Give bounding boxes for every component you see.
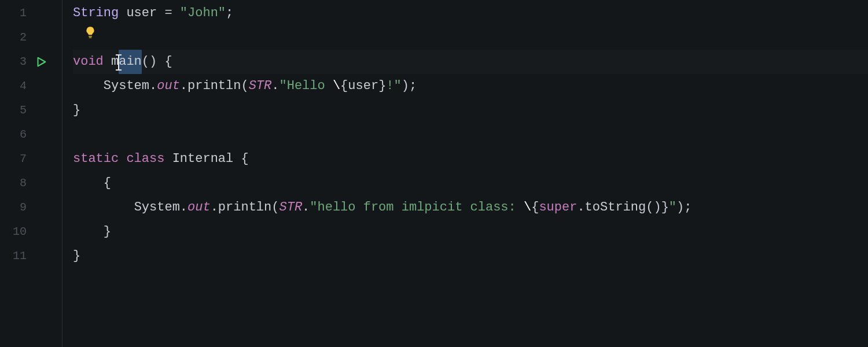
- code-token: =: [164, 1, 172, 25]
- code-token: toString: [585, 195, 646, 220]
- code-token: String: [73, 1, 119, 25]
- line-number: 3: [0, 50, 30, 74]
- gutter-row[interactable]: 2: [0, 25, 62, 50]
- code-token: }: [73, 244, 80, 268]
- code-token: println: [187, 74, 241, 98]
- code-token: .: [302, 195, 310, 220]
- code-token: .: [271, 74, 279, 98]
- gutter: 1234567891011: [0, 0, 62, 347]
- gutter-row[interactable]: 3: [0, 50, 62, 74]
- line-number: 6: [0, 123, 30, 147]
- code-token: user: [126, 1, 157, 25]
- code-line[interactable]: [73, 25, 868, 50]
- code-token: "John": [180, 1, 226, 25]
- code-token: .: [180, 74, 187, 98]
- lightbulb-icon[interactable]: [83, 25, 98, 40]
- code-token: ): [676, 195, 684, 220]
- code-token: ;: [684, 195, 692, 220]
- code-token: static: [73, 147, 119, 171]
- code-line[interactable]: }: [73, 98, 868, 123]
- code-editor[interactable]: 1234567891011 String user = "John";void …: [0, 0, 868, 347]
- indent: [73, 195, 134, 220]
- code-line[interactable]: {: [73, 171, 868, 195]
- code-token: [172, 1, 180, 25]
- code-token: {: [340, 74, 348, 98]
- code-area[interactable]: String user = "John";void main() { Syste…: [62, 0, 868, 347]
- code-token: user: [348, 74, 378, 98]
- gutter-row[interactable]: 9: [0, 195, 62, 220]
- gutter-row[interactable]: 6: [0, 123, 62, 147]
- code-token: ": [669, 195, 676, 220]
- code-line[interactable]: void main() {: [73, 50, 868, 74]
- code-token: out: [187, 195, 211, 220]
- code-token: }: [104, 220, 111, 244]
- code-token: !": [386, 74, 401, 98]
- code-token: .: [577, 195, 584, 220]
- code-token: .: [149, 74, 157, 98]
- gutter-row[interactable]: 4: [0, 74, 62, 98]
- code-token: System: [104, 74, 149, 98]
- code-line[interactable]: [73, 123, 868, 147]
- code-token: }: [73, 98, 80, 123]
- gutter-row[interactable]: 10: [0, 220, 62, 244]
- code-token: (: [271, 195, 279, 220]
- code-line[interactable]: }: [73, 244, 868, 268]
- code-token: [119, 147, 126, 171]
- line-number: 8: [0, 171, 30, 195]
- line-number: 11: [0, 244, 30, 268]
- code-token: [233, 147, 241, 171]
- code-token: (): [142, 50, 157, 74]
- code-token: {: [531, 195, 539, 220]
- code-token: super: [539, 195, 577, 220]
- svg-marker-0: [38, 58, 46, 67]
- svg-rect-1: [89, 36, 92, 37]
- code-token: void: [73, 50, 104, 74]
- code-token: Internal: [172, 147, 234, 171]
- code-line[interactable]: static class Internal {: [73, 147, 868, 171]
- code-token: }: [661, 195, 669, 220]
- line-number: 2: [0, 25, 30, 50]
- code-token: class: [126, 147, 164, 171]
- code-token: }: [378, 74, 386, 98]
- code-token: STR: [279, 195, 302, 220]
- indent: [73, 220, 104, 244]
- gutter-row[interactable]: 7: [0, 147, 62, 171]
- code-line[interactable]: System.out.println(STR."Hello \{user}!")…: [73, 74, 868, 98]
- code-token: .: [180, 195, 187, 220]
- code-token: STR: [249, 74, 272, 98]
- indent: [73, 171, 104, 195]
- gutter-row[interactable]: 5: [0, 98, 62, 123]
- code-token: System: [134, 195, 180, 220]
- code-token: out: [157, 74, 180, 98]
- line-number: 1: [0, 1, 30, 25]
- code-token: "hello from imlpicit class:: [310, 195, 524, 220]
- line-number: 4: [0, 74, 30, 98]
- line-number: 9: [0, 195, 30, 220]
- code-token: ain: [119, 50, 142, 74]
- code-token: ): [402, 74, 409, 98]
- gutter-row[interactable]: 8: [0, 171, 62, 195]
- code-token: "Hello: [279, 74, 332, 98]
- code-token: (: [241, 74, 248, 98]
- code-token: [119, 1, 126, 25]
- indent: [73, 74, 104, 98]
- code-token: [104, 50, 111, 74]
- code-token: [164, 147, 172, 171]
- code-line[interactable]: System.out.println(STR."hello from imlpi…: [73, 195, 868, 220]
- gutter-row[interactable]: 11: [0, 244, 62, 268]
- code-token: {: [104, 171, 111, 195]
- code-line[interactable]: String user = "John";: [73, 1, 868, 25]
- run-icon[interactable]: [30, 56, 52, 68]
- gutter-row[interactable]: 1: [0, 1, 62, 25]
- code-token: (): [646, 195, 661, 220]
- code-token: println: [218, 195, 271, 220]
- code-token: \: [333, 74, 340, 98]
- code-token: [157, 50, 164, 74]
- code-token: [157, 1, 164, 25]
- svg-rect-2: [89, 37, 92, 38]
- code-token: \: [524, 195, 531, 220]
- line-number: 5: [0, 98, 30, 123]
- code-line[interactable]: }: [73, 220, 868, 244]
- line-number: 7: [0, 147, 30, 171]
- line-number: 10: [0, 220, 30, 244]
